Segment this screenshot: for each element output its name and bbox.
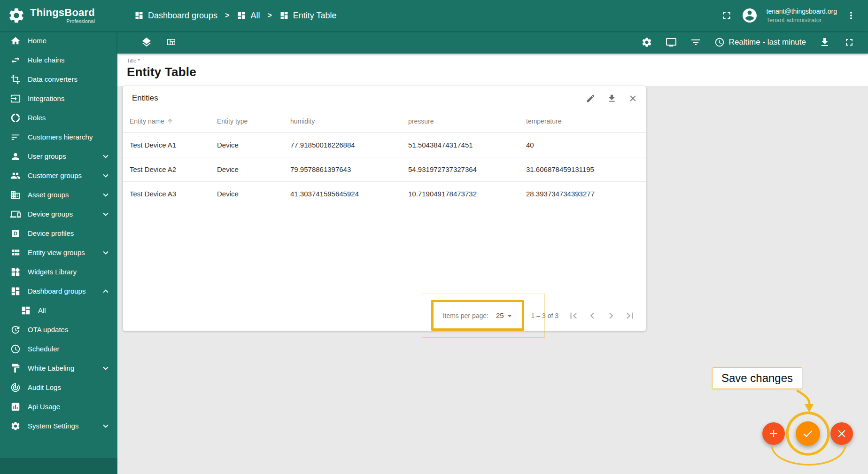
sidebar-item-label: User groups: [28, 152, 101, 160]
cancel-changes-fab[interactable]: [830, 422, 853, 445]
sidebar-item-roles[interactable]: Roles: [0, 108, 117, 127]
sidebar-item-widgets-library[interactable]: Widgets Library: [0, 262, 117, 281]
export-dashboard-icon[interactable]: [819, 37, 830, 48]
table-row[interactable]: Test Device A2Device79.957886139764354.9…: [123, 157, 646, 181]
add-widget-fab[interactable]: [762, 422, 785, 445]
column-header-entity-name[interactable]: Entity name: [123, 110, 210, 132]
fullscreen-icon[interactable]: [844, 37, 855, 48]
table-cell: Test Device A2: [123, 157, 210, 181]
paginator-nav: [564, 306, 639, 325]
remove-widget-icon[interactable]: [628, 93, 638, 103]
devices-icon: [10, 209, 21, 219]
sidebar-item-home[interactable]: Home: [0, 31, 117, 50]
dashboards-icon: [279, 11, 289, 20]
sidebar-item-user-groups[interactable]: User groups: [0, 147, 117, 166]
sidebar-item-customers-hierarchy[interactable]: Customers hierarchy: [0, 127, 117, 147]
sidebar-item-all[interactable]: All: [0, 301, 117, 320]
sidebar-item-audit-logs[interactable]: Audit Logs: [0, 378, 117, 397]
breadcrumb-item-entity-table[interactable]: Entity Table: [279, 11, 337, 21]
table-cell: 51.50438474317451: [402, 132, 519, 157]
next-page-button[interactable]: [602, 306, 620, 325]
chevron-down-icon: [101, 363, 111, 373]
person-icon: [10, 151, 21, 162]
manage-layouts-icon[interactable]: [165, 37, 177, 48]
widgets-icon: [10, 267, 21, 277]
table-row[interactable]: Test Device A3Device41.30374159564592410…: [123, 181, 646, 206]
app-title: ThingsBoard: [30, 7, 95, 18]
items-per-page-select[interactable]: 25: [493, 309, 515, 322]
settings-icon: [10, 421, 21, 431]
table-cell: Test Device A3: [123, 181, 210, 206]
table-row[interactable]: Test Device A1Device77.9185001622688451.…: [123, 132, 646, 157]
clock-icon: [714, 37, 725, 47]
sidebar-item-label: System Settings: [28, 422, 101, 430]
column-header-entity-type[interactable]: Entity type: [210, 110, 284, 132]
entities-widget[interactable]: Entities Entity nameEntity typehumidityp…: [123, 86, 646, 331]
sidebar-item-customer-groups[interactable]: Customer groups: [0, 166, 117, 185]
dashboard-title-field[interactable]: Title * Entity Table: [117, 54, 868, 86]
sidebar-item-label: Widgets Library: [28, 268, 111, 276]
update-icon: [10, 325, 21, 335]
previous-page-button[interactable]: [583, 306, 602, 325]
app-wordmark: ThingsBoard Professional: [30, 7, 95, 24]
first-page-button[interactable]: [564, 306, 583, 325]
dashboard-edit-toolbar: Realtime - last minute: [117, 31, 868, 54]
sidebar-item-data-converters[interactable]: Data converters: [0, 70, 117, 89]
sidebar-item-rule-chains[interactable]: Rule chains: [0, 50, 117, 70]
sidebar-item-scheduler[interactable]: Scheduler: [0, 339, 117, 358]
last-page-button[interactable]: [620, 306, 639, 325]
sidebar-item-label: Roles: [28, 114, 111, 122]
widget-header: Entities: [123, 86, 646, 110]
sidebar-item-ota-updates[interactable]: OTA updates: [0, 320, 117, 339]
column-header-humidity[interactable]: humidity: [284, 110, 402, 132]
dashboard-title: Entity Table: [127, 65, 868, 79]
format-paint-icon: [10, 363, 21, 373]
user-avatar[interactable]: [741, 7, 758, 24]
breadcrumb-item-all[interactable]: All: [237, 11, 260, 21]
sidebar-item-integrations[interactable]: Integrations: [0, 89, 117, 108]
table-cell: 54.931972737327364: [402, 157, 519, 181]
sidebar-item-label: Device profiles: [28, 229, 111, 237]
entity-aliases-icon[interactable]: [666, 37, 677, 48]
column-header-pressure[interactable]: pressure: [402, 110, 519, 132]
user-info: tenant@thingsboard.org Tenant administra…: [767, 7, 837, 24]
table-cell: 40: [519, 132, 646, 157]
paginator-range: 1 – 3 of 3: [531, 312, 558, 319]
thingsboard-logo-icon: [8, 7, 25, 24]
user-role: Tenant administrator: [767, 16, 837, 24]
table-paginator: Items per page: 25 1 – 3 of 3: [123, 300, 646, 331]
sidebar-item-system-settings[interactable]: System Settings: [0, 416, 117, 435]
sidebar-item-dashboard-groups[interactable]: Dashboard groups: [0, 281, 117, 301]
sidebar-item-device-profiles[interactable]: DDevice profiles: [0, 224, 117, 243]
sidebar-item-label: All: [38, 306, 111, 314]
edit-widget-icon[interactable]: [586, 93, 596, 103]
sidebar-item-device-groups[interactable]: Device groups: [0, 204, 117, 224]
table-cell: 41.303741595645924: [284, 181, 402, 206]
view-module-icon: [10, 248, 21, 258]
table-cell: Test Device A1: [123, 132, 210, 157]
filters-icon[interactable]: [690, 37, 701, 48]
dashboard-states-icon[interactable]: [141, 37, 152, 48]
app-edition: Professional: [30, 18, 95, 24]
sort-icon: [10, 132, 21, 142]
breadcrumb-item-dashboard-groups[interactable]: Dashboard groups: [134, 11, 217, 21]
fullscreen-toggle-icon[interactable]: [721, 9, 733, 22]
sidebar-item-asset-groups[interactable]: Asset groups: [0, 185, 117, 204]
export-widget-icon[interactable]: [607, 93, 617, 103]
items-per-page-label: Items per page:: [443, 312, 488, 319]
items-per-page-value: 25: [496, 311, 504, 319]
column-label: Entity name: [130, 117, 164, 125]
dashboard-settings-icon[interactable]: [641, 37, 652, 48]
timewindow-label: Realtime - last minute: [729, 38, 806, 47]
sidebar-item-white-labeling[interactable]: White Labeling: [0, 358, 117, 378]
chevron-down-icon: [101, 248, 111, 258]
timewindow-button[interactable]: Realtime - last minute: [714, 37, 806, 47]
column-header-temperature[interactable]: temperature: [519, 110, 646, 132]
apply-changes-fab[interactable]: [796, 421, 820, 446]
sidebar-item-label: Customer groups: [28, 171, 101, 179]
sidebar-item-api-usage[interactable]: Api Usage: [0, 397, 117, 416]
breadcrumb: Dashboard groups>All>Entity Table: [134, 11, 721, 21]
more-menu-icon[interactable]: [845, 10, 857, 21]
app-logo[interactable]: ThingsBoard Professional: [0, 7, 117, 24]
sidebar-item-entity-view-groups[interactable]: Entity view groups: [0, 243, 117, 262]
